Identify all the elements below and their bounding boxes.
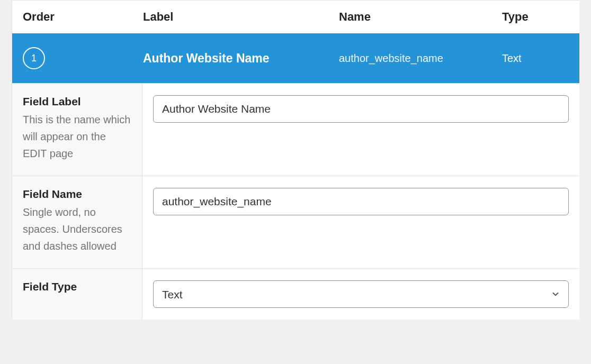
setting-desc-field-name: Single word, no spaces. Underscores and … bbox=[23, 204, 131, 254]
field-type-select[interactable]: Text bbox=[153, 280, 569, 308]
order-badge[interactable]: 1 bbox=[23, 47, 45, 69]
setting-row-field-type: Field Type Text bbox=[12, 269, 579, 320]
setting-desc-field-label: This is the name which will appear on th… bbox=[23, 111, 131, 162]
setting-row-field-name: Field Name Single word, no spaces. Under… bbox=[12, 176, 579, 269]
header-name: Name bbox=[339, 10, 502, 24]
field-label-cell[interactable]: Author Website Name bbox=[143, 51, 339, 66]
setting-left: Field Type bbox=[12, 269, 142, 320]
header-type: Type bbox=[502, 10, 579, 24]
field-row-selected[interactable]: 1 Author Website Name author_website_nam… bbox=[12, 33, 579, 83]
field-label-input[interactable] bbox=[153, 95, 569, 123]
field-type-select-wrap: Text bbox=[153, 280, 569, 308]
setting-row-field-label: Field Label This is the name which will … bbox=[12, 84, 579, 176]
order-number: 1 bbox=[31, 53, 37, 64]
setting-left: Field Label This is the name which will … bbox=[12, 84, 142, 176]
field-group-panel: Order Label Name Type 1 Author Website N… bbox=[12, 0, 579, 320]
setting-left: Field Name Single word, no spaces. Under… bbox=[12, 176, 142, 268]
field-order-cell: 1 bbox=[12, 47, 143, 69]
setting-right bbox=[142, 84, 579, 176]
field-type-cell: Text bbox=[502, 52, 579, 65]
setting-title-field-type: Field Type bbox=[23, 280, 131, 293]
field-settings: Field Label This is the name which will … bbox=[12, 83, 579, 320]
column-headers: Order Label Name Type bbox=[12, 0, 579, 33]
header-label: Label bbox=[143, 10, 339, 24]
setting-right: Text bbox=[142, 269, 579, 320]
field-name-input[interactable] bbox=[153, 188, 569, 215]
setting-right bbox=[142, 176, 579, 268]
setting-title-field-name: Field Name bbox=[23, 188, 131, 201]
setting-title-field-label: Field Label bbox=[23, 95, 131, 108]
header-order: Order bbox=[12, 10, 143, 24]
field-name-cell: author_website_name bbox=[339, 52, 502, 65]
